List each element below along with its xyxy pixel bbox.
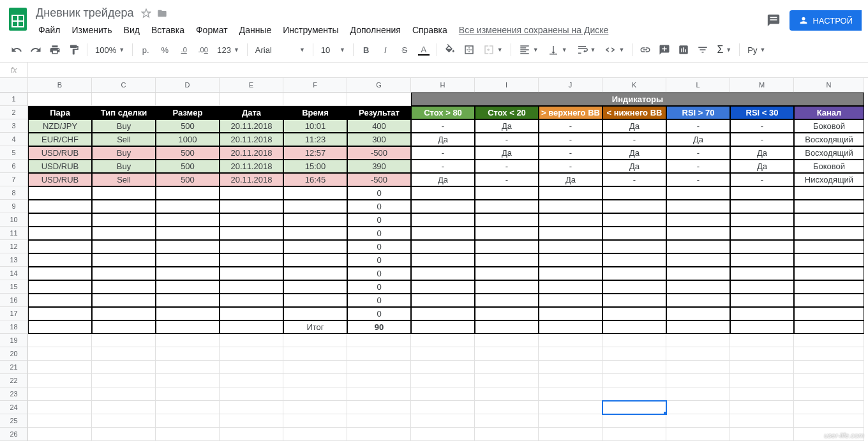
cell[interactable] — [411, 280, 475, 294]
cell[interactable]: Боковой — [794, 119, 864, 133]
cell[interactable] — [411, 401, 475, 414]
cell[interactable] — [602, 347, 666, 361]
cell[interactable] — [539, 213, 602, 227]
cell[interactable] — [666, 240, 730, 253]
cell[interactable] — [794, 253, 864, 267]
cell[interactable] — [28, 213, 92, 227]
cell[interactable] — [156, 253, 220, 267]
cell[interactable] — [666, 227, 730, 240]
strikethrough-button[interactable]: S — [396, 41, 414, 58]
cell[interactable] — [602, 253, 666, 267]
cell[interactable] — [794, 227, 864, 240]
cell[interactable]: - — [475, 173, 539, 186]
column-label[interactable]: Результат — [347, 106, 411, 119]
cell[interactable]: 12:57 — [283, 146, 347, 160]
cell[interactable] — [730, 347, 794, 361]
cell[interactable] — [475, 320, 539, 334]
row-header[interactable]: 12 — [0, 240, 28, 253]
cell[interactable]: 0 — [347, 240, 411, 253]
cell[interactable]: - — [411, 119, 475, 133]
menu-item[interactable]: Вид — [119, 22, 145, 38]
row-header[interactable]: 17 — [0, 307, 28, 320]
cell[interactable] — [730, 361, 794, 374]
cell[interactable]: - — [539, 146, 602, 160]
percent-button[interactable]: % — [156, 41, 174, 58]
column-header[interactable]: L — [666, 78, 730, 93]
row-header[interactable]: 16 — [0, 294, 28, 307]
input-method-button[interactable]: Ру▼ — [744, 44, 769, 56]
menu-item[interactable]: Вставка — [146, 22, 190, 38]
cell[interactable] — [602, 186, 666, 200]
cell[interactable]: - — [730, 133, 794, 146]
cell[interactable] — [28, 401, 92, 414]
cell[interactable] — [666, 294, 730, 307]
row-header[interactable]: 4 — [0, 133, 28, 146]
cell[interactable]: 0 — [347, 227, 411, 240]
column-label[interactable]: Размер — [156, 106, 220, 119]
cell[interactable] — [156, 387, 220, 401]
cell[interactable] — [28, 387, 92, 401]
cell[interactable] — [602, 200, 666, 213]
document-title[interactable]: Дневник трейдера — [33, 5, 136, 21]
cell[interactable] — [730, 200, 794, 213]
row-header[interactable]: 11 — [0, 227, 28, 240]
cell[interactable] — [156, 307, 220, 320]
cell[interactable] — [475, 414, 539, 428]
insert-comment-button[interactable] — [655, 41, 673, 58]
cell[interactable] — [283, 253, 347, 267]
cell[interactable] — [156, 213, 220, 227]
cell[interactable] — [347, 401, 411, 414]
cell[interactable] — [666, 334, 730, 347]
cell[interactable] — [347, 334, 411, 347]
column-header[interactable]: H — [411, 78, 475, 93]
cell[interactable] — [28, 347, 92, 361]
cell[interactable]: - — [475, 133, 539, 146]
cell[interactable]: Да — [411, 173, 475, 186]
cell[interactable] — [28, 294, 92, 307]
cell[interactable]: 10:01 — [283, 119, 347, 133]
indicator-header[interactable]: Канал — [794, 106, 864, 119]
menu-item[interactable]: Дополнения — [345, 22, 406, 38]
zoom-select[interactable]: 100%▼ — [91, 44, 128, 56]
cell[interactable] — [220, 334, 283, 347]
column-label[interactable]: Время — [283, 106, 347, 119]
cell[interactable] — [28, 320, 92, 334]
cell[interactable] — [28, 428, 92, 441]
row-header[interactable]: 13 — [0, 253, 28, 267]
cell[interactable] — [156, 200, 220, 213]
cell[interactable]: - — [602, 133, 666, 146]
cell[interactable] — [92, 186, 156, 200]
indicator-header[interactable]: Стох < 20 — [475, 106, 539, 119]
cell[interactable]: 20.11.2018 — [220, 173, 283, 186]
cell[interactable] — [602, 414, 666, 428]
cell[interactable]: 0 — [347, 213, 411, 227]
column-header[interactable]: N — [794, 78, 864, 93]
cell[interactable] — [602, 334, 666, 347]
insert-chart-button[interactable] — [675, 41, 692, 58]
cell[interactable] — [602, 361, 666, 374]
cell[interactable] — [347, 414, 411, 428]
cell[interactable] — [220, 361, 283, 374]
row-header[interactable]: 9 — [0, 200, 28, 213]
cell[interactable] — [156, 240, 220, 253]
cell[interactable]: Нисходящий — [794, 173, 864, 186]
cell[interactable] — [730, 240, 794, 253]
cell[interactable]: - — [411, 146, 475, 160]
column-label[interactable]: Дата — [220, 106, 283, 119]
indicator-header[interactable]: > верхнего BB — [539, 106, 602, 119]
cell[interactable]: Да — [539, 173, 602, 186]
row-header[interactable]: 5 — [0, 146, 28, 160]
cell[interactable] — [539, 280, 602, 294]
cell[interactable] — [28, 227, 92, 240]
row-header[interactable]: 7 — [0, 173, 28, 186]
column-label[interactable]: Пара — [28, 106, 92, 119]
cell[interactable] — [283, 200, 347, 213]
cell[interactable]: Да — [666, 133, 730, 146]
cell[interactable] — [220, 401, 283, 414]
cell[interactable] — [666, 253, 730, 267]
cell[interactable] — [475, 294, 539, 307]
cell[interactable] — [666, 347, 730, 361]
cell[interactable]: Да — [602, 160, 666, 173]
cell[interactable]: - — [539, 119, 602, 133]
currency-button[interactable]: р. — [137, 41, 154, 58]
